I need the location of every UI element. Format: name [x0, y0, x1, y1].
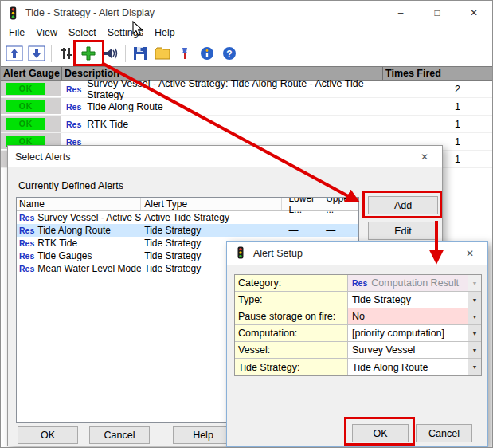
column-header-lower-limit[interactable]: Lower L... — [282, 198, 319, 210]
alert-setup-titlebar: Alert Setup ✕ — [227, 242, 487, 265]
column-header-alert-gauge[interactable]: Alert Gauge — [1, 67, 62, 80]
column-header-alert-type[interactable]: Alert Type — [141, 198, 282, 210]
alert-gauge-cell: OK — [1, 81, 62, 97]
form-row-type: Type: Tide Strategy ▼ — [235, 292, 481, 308]
chevron-down-icon[interactable]: ▼ — [468, 308, 481, 324]
alert-row[interactable]: OK ResTide Along Route 1 — [1, 98, 492, 116]
ok-button[interactable]: OK — [352, 424, 409, 442]
select-alerts-titlebar: Select Alerts ✕ — [8, 146, 442, 167]
open-folder-icon[interactable] — [152, 42, 173, 64]
pause-storage-text: No — [352, 311, 365, 322]
tide-strategy-label: Tide Strategy: — [235, 359, 348, 375]
pause-storage-select[interactable]: No ▼ — [348, 308, 481, 324]
list-item[interactable]: ResSurvey Vessel - Active Str... Active … — [17, 211, 358, 224]
alert-setup-form: Category: Res Computation Result ▼ Type:… — [234, 274, 482, 376]
menubar: File View Select Settings Help — [1, 25, 492, 40]
alert-name: Tide Along Route — [37, 225, 111, 236]
alert-type-cell: Active Tide Strategy — [141, 212, 282, 223]
menu-settings[interactable]: Settings — [102, 26, 149, 39]
type-select[interactable]: Tide Strategy ▼ — [348, 292, 481, 308]
alert-description-cell: ResSurvey Vessel - Active Strategy: Tide… — [62, 81, 383, 97]
alert-name: Tide Gauges — [37, 250, 92, 261]
alert-description: RTK Tide — [87, 119, 128, 130]
column-header-upper-limit[interactable]: Upper ... — [319, 198, 358, 210]
menu-select[interactable]: Select — [63, 26, 102, 39]
alert-gauge-cell: OK — [1, 116, 62, 132]
chevron-down-icon[interactable]: ▼ — [468, 359, 481, 375]
computation-select[interactable]: [priority computation] ▼ — [348, 325, 481, 341]
menu-file[interactable]: File — [3, 26, 30, 39]
arrow-down-icon[interactable] — [26, 42, 47, 64]
chevron-down-icon[interactable]: ▼ — [468, 342, 481, 358]
close-button[interactable]: ✕ — [456, 1, 492, 25]
res-tag: Res — [19, 251, 34, 261]
form-row-vessel: Vessel: Survey Vessel ▼ — [235, 342, 481, 359]
arrow-up-icon[interactable] — [4, 42, 25, 64]
alert-row[interactable]: OK ResSurvey Vessel - Active Strategy: T… — [1, 81, 492, 98]
cancel-button[interactable]: Cancel — [416, 424, 472, 442]
list-item[interactable]: ResTide Along Route Tide Strategy — — — [17, 224, 358, 237]
alert-gauge-cell: OK — [1, 98, 62, 115]
window-title: Tide - Strategy - Alert Display — [25, 7, 155, 18]
lower-limit-cell: — — [282, 212, 319, 223]
computation-label: Computation: — [235, 325, 348, 341]
category-label: Category: — [235, 275, 348, 291]
times-fired-value: 1 — [383, 101, 492, 112]
traffic-light-app-icon — [234, 246, 248, 260]
alert-name-cell: ResSurvey Vessel - Active Str... — [17, 212, 141, 223]
menu-view[interactable]: View — [30, 26, 63, 39]
alert-name-cell: ResMean Water Level Model — [17, 263, 141, 274]
form-row-tide-strategy: Tide Strategy: Tide Along Route ▼ — [235, 359, 481, 375]
status-badge: OK — [6, 118, 45, 130]
window-controls: – □ ✕ — [382, 1, 492, 25]
res-tag: Res — [352, 278, 367, 288]
cancel-button[interactable]: Cancel — [89, 426, 150, 444]
tide-strategy-select[interactable]: Tide Along Route ▼ — [348, 359, 481, 375]
alert-setup-dialog: Alert Setup ✕ Category: Res Computation … — [226, 241, 488, 447]
chevron-down-icon[interactable]: ▼ — [468, 325, 481, 341]
ok-button[interactable]: OK — [18, 426, 78, 444]
save-floppy-icon[interactable] — [130, 42, 151, 64]
type-text: Tide Strategy — [352, 294, 411, 305]
menu-help[interactable]: Help — [149, 26, 181, 39]
type-label: Type: — [235, 292, 348, 308]
column-header-times-fired[interactable]: Times Fired — [383, 67, 492, 80]
alert-type-cell: Tide Strategy — [141, 225, 282, 236]
list-header: Name Alert Type Lower L... Upper ... — [17, 198, 358, 211]
info-icon[interactable] — [197, 42, 217, 64]
dialog-title: Select Alerts — [15, 151, 70, 163]
chevron-down-icon[interactable]: ▼ — [468, 292, 481, 308]
tide-strategy-text: Tide Along Route — [352, 362, 428, 373]
maximize-button[interactable]: □ — [419, 1, 456, 25]
category-text: Computation Result — [371, 277, 459, 289]
res-tag: Res — [19, 238, 34, 248]
close-icon[interactable]: ✕ — [407, 146, 442, 167]
status-badge: OK — [6, 83, 45, 95]
dialog-title: Alert Setup — [253, 248, 303, 259]
close-icon[interactable]: ✕ — [452, 242, 487, 265]
alert-row[interactable]: OK ResRTK Tide 1 — [1, 116, 492, 133]
help-button[interactable]: Help — [173, 426, 233, 444]
alert-description: Tide Along Route — [87, 101, 162, 112]
filter-sliders-icon[interactable] — [56, 42, 76, 64]
chevron-down-icon: ▼ — [468, 275, 481, 291]
sound-speaker-icon[interactable] — [100, 42, 121, 64]
add-alert-plus-icon[interactable] — [78, 42, 99, 64]
column-header-name[interactable]: Name — [17, 198, 141, 210]
minimize-button[interactable]: – — [382, 1, 419, 25]
alert-name: RTK Tide — [37, 238, 77, 249]
vessel-select[interactable]: Survey Vessel ▼ — [348, 342, 481, 358]
res-tag: Res — [19, 264, 34, 273]
alert-name-cell: ResTide Along Route — [17, 225, 141, 236]
category-value: Res Computation Result ▼ — [348, 275, 481, 291]
add-button[interactable]: Add — [368, 196, 438, 214]
currently-defined-alerts-label: Currently Defined Alerts — [18, 180, 123, 191]
toolbar-separator — [51, 45, 52, 62]
edit-button[interactable]: Edit — [368, 222, 438, 240]
pin-icon[interactable] — [174, 42, 195, 64]
times-fired-value: 1 — [383, 119, 492, 130]
vessel-text: Survey Vessel — [352, 344, 415, 356]
computation-text: [priority computation] — [352, 328, 444, 339]
alert-description: Survey Vessel - Active Strategy: Tide Al… — [87, 78, 383, 100]
help-icon[interactable]: ? — [219, 42, 240, 64]
